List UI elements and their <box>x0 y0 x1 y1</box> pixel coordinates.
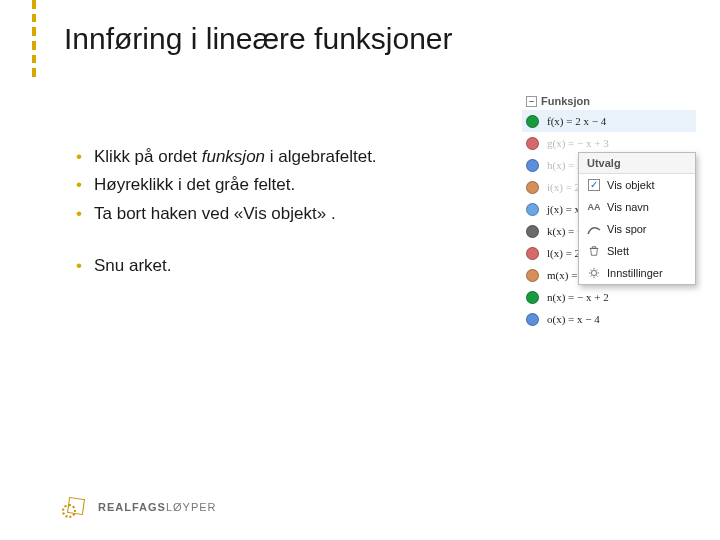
trash-icon <box>587 244 601 258</box>
bullet-item: Høyreklikk i det gråe feltet. <box>76 172 456 198</box>
color-dot <box>526 291 539 304</box>
text: Høyreklikk i det gråe feltet. <box>94 175 295 194</box>
function-row[interactable]: n(x) = − x + 2 <box>522 286 696 308</box>
context-menu: Utvalg ✓ Vis objekt AA Vis navn Vis spor… <box>578 152 696 285</box>
color-dot <box>526 203 539 216</box>
color-dot <box>526 137 539 150</box>
color-dot <box>526 159 539 172</box>
function-row[interactable]: f(x) = 2 x − 4 <box>522 110 696 132</box>
menu-item-slett[interactable]: Slett <box>579 240 695 262</box>
text: Ta bort haken ved «Vis objekt» . <box>94 204 336 223</box>
menu-label: Vis spor <box>607 223 647 235</box>
color-dot <box>526 225 539 238</box>
bullet-item: Ta bort haken ved «Vis objekt» . <box>76 201 456 227</box>
brand-b: LØYPER <box>166 501 217 513</box>
text: Klikk på ordet <box>94 147 202 166</box>
menu-label: Slett <box>607 245 629 257</box>
menu-item-innstillinger[interactable]: Innstillinger <box>579 262 695 284</box>
menu-title: Utvalg <box>579 153 695 174</box>
gear-icon <box>587 266 601 280</box>
collapse-toggle[interactable]: – <box>526 96 537 107</box>
text: i algebrafeltet. <box>265 147 377 166</box>
svg-point-0 <box>591 270 596 275</box>
algebra-panel: – Funksjon f(x) = 2 x − 4 g(x) = − x + 3… <box>522 92 696 330</box>
panel-title: Funksjon <box>541 95 590 107</box>
brand-a: REALFAGS <box>98 501 166 513</box>
trace-icon <box>587 222 601 236</box>
page-title: Innføring i lineære funksjoner <box>64 22 453 56</box>
color-dot <box>526 313 539 326</box>
bullet-list: Klikk på ordet funksjon i algebrafeltet.… <box>76 144 456 281</box>
checkbox-icon: ✓ <box>587 178 601 192</box>
panel-header[interactable]: – Funksjon <box>522 92 696 110</box>
menu-label: Innstillinger <box>607 267 663 279</box>
menu-label: Vis objekt <box>607 179 655 191</box>
text: Snu arket. <box>94 256 172 275</box>
text-italic: funksjon <box>202 147 265 166</box>
menu-item-vis-objekt[interactable]: ✓ Vis objekt <box>579 174 695 196</box>
color-dot <box>526 247 539 260</box>
menu-item-vis-navn[interactable]: AA Vis navn <box>579 196 695 218</box>
function-label: g(x) = − x + 3 <box>547 137 609 149</box>
color-dot <box>526 115 539 128</box>
function-row[interactable]: g(x) = − x + 3 <box>522 132 696 154</box>
bullet-item: Snu arket. <box>76 253 456 279</box>
aa-icon: AA <box>587 200 601 214</box>
logo-mark-icon <box>62 496 90 518</box>
color-dot <box>526 269 539 282</box>
footer-logo: REALFAGSLØYPER <box>62 496 217 518</box>
function-label: o(x) = x − 4 <box>547 313 600 325</box>
function-row[interactable]: o(x) = x − 4 <box>522 308 696 330</box>
logo-text: REALFAGSLØYPER <box>98 501 217 513</box>
color-dot <box>526 181 539 194</box>
function-label: f(x) = 2 x − 4 <box>547 115 606 127</box>
accent-rail <box>32 0 36 82</box>
menu-item-vis-spor[interactable]: Vis spor <box>579 218 695 240</box>
bullet-item: Klikk på ordet funksjon i algebrafeltet. <box>76 144 456 170</box>
function-label: n(x) = − x + 2 <box>547 291 609 303</box>
menu-label: Vis navn <box>607 201 649 213</box>
